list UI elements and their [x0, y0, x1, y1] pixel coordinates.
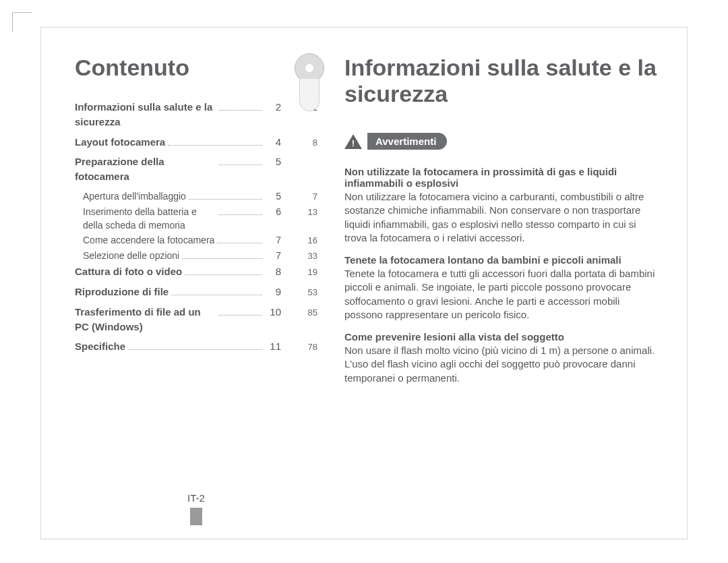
toc-extra-number: 8: [284, 137, 317, 150]
toc-page-number: 5: [265, 189, 284, 203]
toc-subentry: Come accendere la fotocamera716: [75, 233, 317, 247]
toc-subentry: Selezione delle opzioni733: [75, 249, 317, 263]
table-of-contents: Informazioni sulla salute e la sicurezza…: [75, 100, 317, 359]
page-number: IT-2: [187, 492, 205, 506]
warning-badge: ! Avvertimenti: [344, 133, 447, 150]
toc-page-number: 6: [265, 205, 284, 218]
toc-label: Informazioni sulla salute e la sicurezza: [75, 100, 216, 129]
toc-extra-number: 78: [284, 341, 317, 354]
safety-heading: Come prevenire lesioni alla vista del so…: [344, 331, 660, 343]
toc-subentry: Apertura dell'imballaggio57: [75, 189, 317, 204]
toc-entry: Layout fotocamera48: [75, 135, 317, 150]
toc-extra-number: 19: [284, 266, 317, 279]
toc-leader-dots: [219, 306, 262, 316]
toc-extra-number: 33: [284, 250, 317, 263]
toc-extra-number: 85: [284, 307, 317, 320]
toc-label: Preparazione della fotocamera: [75, 154, 216, 184]
toc-subentry: Inserimento della batteria e della sched…: [75, 205, 317, 233]
safety-heading: Tenete la fotocamera lontano da bambini …: [344, 254, 660, 266]
toc-leader-dots: [128, 341, 262, 351]
toc-page-number: 8: [265, 264, 284, 279]
toc-page-number: 11: [265, 339, 284, 354]
toc-extra-number: 13: [284, 206, 317, 219]
safety-body: Non utilizzare la fotocamera vicino a ca…: [344, 190, 660, 245]
toc-title: Contenuto: [75, 55, 317, 81]
toc-leader-dots: [219, 102, 262, 111]
toc-leader-dots: [182, 251, 262, 260]
manual-page: Contenuto Informazioni sulla salute e la…: [40, 27, 688, 539]
toc-page-number: 4: [265, 135, 284, 150]
toc-leader-dots: [189, 191, 262, 200]
toc-label: Riproduzione di file: [75, 285, 169, 299]
warning-triangle-icon: !: [344, 134, 362, 149]
warning-label: Avvertimenti: [367, 133, 447, 150]
toc-entry: Specifiche1178: [75, 339, 317, 354]
safety-body: Tenete la fotocamera e tutti gli accesso…: [344, 267, 660, 322]
toc-label: Apertura dell'imballaggio: [83, 189, 186, 203]
safety-paragraphs: Non utilizzate la fotocamera in prossimi…: [344, 166, 660, 385]
toc-page-number: 7: [265, 233, 284, 247]
page-footer: IT-2: [75, 492, 317, 525]
toc-page-number: 10: [265, 305, 284, 320]
crop-mark: [12, 12, 32, 32]
left-column: Contenuto Informazioni sulla salute e la…: [75, 55, 317, 525]
toc-leader-dots: [168, 136, 262, 146]
toc-page-number: 7: [265, 249, 284, 262]
safety-body: Non usare il flash molto vicino (più vic…: [344, 344, 660, 385]
toc-entry: Cattura di foto o video819: [75, 264, 317, 279]
toc-label: Inserimento della batteria e della sched…: [83, 205, 216, 233]
toc-extra-number: 7: [284, 191, 317, 204]
toc-label: Come accendere la fotocamera: [83, 233, 214, 247]
toc-entry: Informazioni sulla salute e la sicurezza…: [75, 100, 317, 129]
toc-entry: Trasferimento di file ad un PC (Windows)…: [75, 305, 317, 334]
toc-label: Layout fotocamera: [75, 135, 165, 150]
toc-page-number: 5: [265, 154, 284, 169]
toc-page-number: 9: [265, 285, 284, 299]
toc-label: Specifiche: [75, 339, 125, 354]
toc-leader-dots: [217, 235, 262, 244]
toc-page-number: 2: [265, 100, 284, 115]
toc-label: Cattura di foto o video: [75, 264, 182, 279]
toc-leader-dots: [219, 206, 262, 215]
safety-heading: Non utilizzate la fotocamera in prossimi…: [344, 166, 660, 189]
toc-label: Trasferimento di file ad un PC (Windows): [75, 305, 216, 334]
toc-leader-dots: [219, 156, 262, 166]
toc-extra-number: 53: [284, 287, 317, 299]
safety-title: Informazioni sulla salute e la sicurezza: [344, 55, 660, 107]
toc-label: Selezione delle opzioni: [83, 249, 179, 262]
toc-extra-number: 16: [284, 235, 317, 247]
right-column: Informazioni sulla salute e la sicurezza…: [317, 55, 660, 525]
toc-entry: Preparazione della fotocamera5: [75, 154, 317, 184]
toc-leader-dots: [185, 266, 262, 276]
toc-leader-dots: [171, 286, 262, 295]
footer-bar: [190, 508, 202, 525]
toc-entry: Riproduzione di file953: [75, 285, 317, 299]
